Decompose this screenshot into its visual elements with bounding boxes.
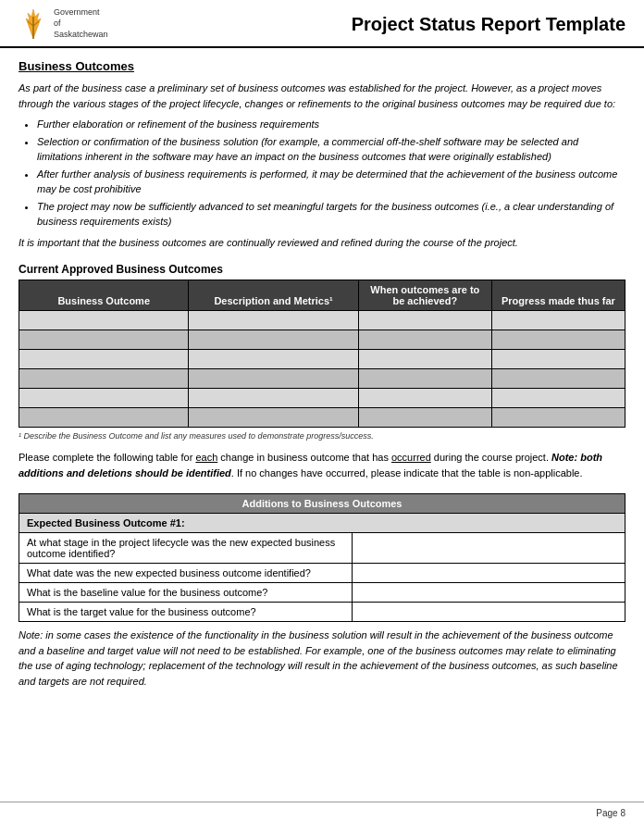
complete-text-4: . If no changes have occurred, please in… [231, 467, 583, 479]
complete-underline-2: occurred [391, 452, 431, 463]
list-item: Further elaboration or refinement of the… [37, 117, 625, 132]
list-item: Selection or confirmation of the busines… [37, 134, 625, 165]
logo-container: Government of Saskatchewan [19, 7, 130, 41]
note-text: It is important that the business outcom… [19, 235, 625, 251]
additions-label-2: What date was the new expected business … [19, 564, 353, 583]
table-header-row: Business Outcome Description and Metrics… [19, 280, 625, 311]
table-row [19, 350, 625, 369]
additions-row-3: What is the baseline value for the busin… [19, 583, 625, 603]
additions-label-1: At what stage in the project lifecycle w… [19, 533, 353, 564]
section-heading: Business Outcomes [19, 59, 625, 73]
col-header-when: When outcomes are to be achieved? [358, 280, 491, 311]
additions-value-4 [353, 603, 625, 622]
additions-row-4: What is the target value for the busines… [19, 603, 625, 622]
additions-value-1 [353, 533, 625, 564]
additions-value-2 [353, 564, 625, 583]
additions-value-3 [353, 583, 625, 603]
table-row [19, 389, 625, 408]
additions-header-row: Additions to Business Outcomes [19, 494, 625, 514]
list-item: After further analysis of business requi… [37, 167, 625, 197]
col-header-outcome: Business Outcome [19, 280, 189, 311]
table-row [19, 311, 625, 330]
table-row [19, 369, 625, 389]
page-header: Government of Saskatchewan Project Statu… [0, 0, 644, 48]
additions-label-4: What is the target value for the busines… [19, 603, 353, 622]
list-item: The project may now be sufficiently adva… [37, 199, 625, 230]
additions-sub-header-cell: Expected Business Outcome #1: [19, 514, 625, 533]
table-row [19, 408, 625, 428]
outcomes-table: Business Outcome Description and Metrics… [19, 280, 625, 428]
additions-row-1: At what stage in the project lifecycle w… [19, 533, 625, 564]
additions-note: Note: in some cases the existence of the… [19, 628, 625, 689]
complete-underline-1: each [195, 452, 217, 463]
complete-text-2: change in business outcome that has [217, 452, 391, 463]
government-logo-icon [19, 7, 48, 41]
table-row [19, 330, 625, 350]
page-footer: Page 8 [0, 802, 644, 824]
complete-text-3: during the course project. [431, 452, 551, 463]
bullet-list: Further elaboration or refinement of the… [37, 117, 625, 230]
intro-text: As part of the business case a prelimina… [19, 81, 625, 111]
complete-text-1: Please complete the following table for [19, 452, 195, 463]
page-title: Project Status Report Template [130, 14, 625, 35]
additions-label-3: What is the baseline value for the busin… [19, 583, 353, 603]
col-header-progress: Progress made thus far [491, 280, 625, 311]
col-header-description: Description and Metrics¹ [189, 280, 358, 311]
page-number: Page 8 [596, 808, 625, 818]
sub-heading: Current Approved Business Outcomes [19, 263, 625, 276]
table-footnote: ¹ Describe the Business Outcome and list… [19, 431, 625, 441]
additions-table: Additions to Business Outcomes Expected … [19, 493, 625, 622]
complete-paragraph: Please complete the following table for … [19, 450, 625, 480]
main-content: Business Outcomes As part of the busines… [0, 59, 644, 753]
additions-row-2: What date was the new expected business … [19, 564, 625, 583]
logo-text: Government of Saskatchewan [54, 7, 108, 40]
additions-sub-header-row: Expected Business Outcome #1: [19, 514, 625, 533]
additions-header-cell: Additions to Business Outcomes [19, 494, 625, 514]
